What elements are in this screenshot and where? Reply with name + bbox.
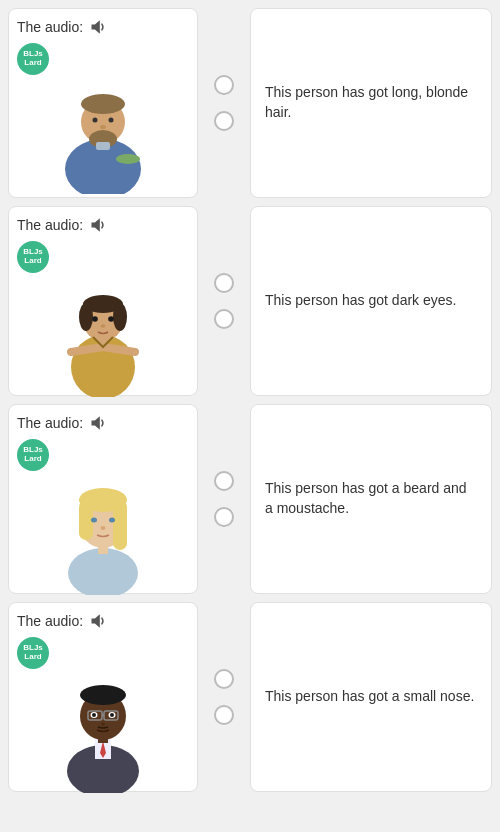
svg-point-42 [110, 713, 114, 717]
person-illustration-4 [48, 673, 158, 783]
description-2: This person has got dark eyes. [265, 291, 456, 311]
radio-col-4 [204, 602, 244, 792]
audio-label-1: The audio: [17, 19, 83, 35]
svg-marker-32 [92, 614, 100, 627]
svg-point-31 [101, 526, 106, 530]
radio-col-1 [204, 8, 244, 198]
radio-option-1b[interactable] [214, 111, 234, 131]
speaker-icon-1[interactable] [89, 17, 109, 37]
speaker-icon-2[interactable] [89, 215, 109, 235]
description-4: This person has got a small nose. [265, 687, 474, 707]
svg-point-38 [80, 685, 126, 705]
question-row-2: The audio: BLJsLard [8, 206, 492, 396]
svg-point-46 [101, 723, 105, 726]
svg-marker-0 [92, 20, 100, 33]
radio-col-3 [204, 404, 244, 594]
bua-badge-4: BLJsLard [17, 637, 49, 669]
svg-point-29 [91, 518, 97, 523]
svg-line-21 [103, 347, 135, 352]
radio-col-2 [204, 206, 244, 396]
card-left-3: The audio: BLJsLard [8, 404, 198, 594]
speaker-icon-3[interactable] [89, 413, 109, 433]
svg-point-17 [92, 316, 98, 322]
radio-option-4b[interactable] [214, 705, 234, 725]
bua-badge-2: BLJsLard [17, 241, 49, 273]
card-left-1: The audio: BLJsLard [8, 8, 198, 198]
audio-label-4: The audio: [17, 613, 83, 629]
svg-point-3 [81, 94, 125, 114]
audio-row-2: The audio: [17, 215, 109, 235]
question-row-4: The audio: BLJsLard [8, 602, 492, 792]
description-1: This person has got long, blonde hair. [265, 83, 477, 122]
card-right-4: This person has got a small nose. [250, 602, 492, 792]
svg-line-20 [71, 347, 103, 352]
radio-option-1a[interactable] [214, 75, 234, 95]
person-illustration-1 [48, 79, 158, 189]
svg-point-30 [109, 518, 115, 523]
svg-point-7 [100, 125, 106, 129]
svg-marker-22 [92, 416, 100, 429]
person-illustration-2 [48, 277, 158, 387]
speaker-icon-4[interactable] [89, 611, 109, 631]
card-right-1: This person has got long, blonde hair. [250, 8, 492, 198]
svg-rect-27 [79, 500, 93, 540]
card-left-4: The audio: BLJsLard [8, 602, 198, 792]
svg-rect-28 [113, 500, 127, 550]
svg-point-19 [101, 324, 106, 328]
card-right-3: This person has got a beard and a mousta… [250, 404, 492, 594]
question-row-1: The audio: BLJsLard [8, 8, 492, 198]
radio-option-2a[interactable] [214, 273, 234, 293]
bua-badge-3: BLJsLard [17, 439, 49, 471]
radio-option-4a[interactable] [214, 669, 234, 689]
svg-point-18 [108, 316, 114, 322]
svg-point-16 [113, 303, 127, 331]
radio-option-3a[interactable] [214, 471, 234, 491]
svg-rect-9 [96, 142, 110, 150]
audio-row-1: The audio: [17, 17, 109, 37]
card-right-2: This person has got dark eyes. [250, 206, 492, 396]
audio-label-3: The audio: [17, 415, 83, 431]
person-illustration-3 [48, 475, 158, 585]
audio-label-2: The audio: [17, 217, 83, 233]
svg-point-15 [79, 303, 93, 331]
question-row-3: The audio: BLJsLard [8, 404, 492, 594]
svg-marker-10 [92, 218, 100, 231]
audio-row-4: The audio: [17, 611, 109, 631]
bua-badge-1: BLJsLard [17, 43, 49, 75]
svg-point-23 [68, 548, 138, 595]
radio-option-2b[interactable] [214, 309, 234, 329]
radio-option-3b[interactable] [214, 507, 234, 527]
card-left-2: The audio: BLJsLard [8, 206, 198, 396]
description-3: This person has got a beard and a mousta… [265, 479, 477, 518]
svg-point-41 [92, 713, 96, 717]
audio-row-3: The audio: [17, 413, 109, 433]
svg-point-5 [93, 118, 98, 123]
svg-point-6 [109, 118, 114, 123]
svg-point-8 [116, 154, 140, 164]
